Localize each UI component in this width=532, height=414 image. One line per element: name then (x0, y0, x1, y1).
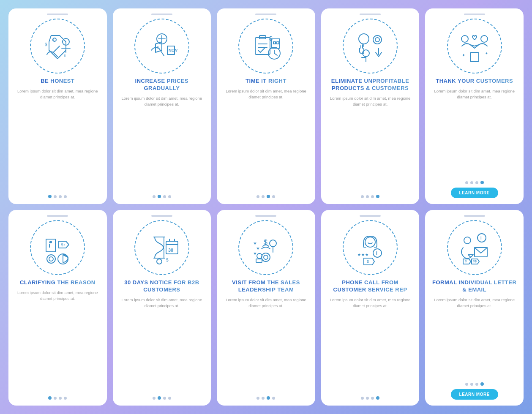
icon-circle-increase-prices: NEW $ (134, 19, 189, 74)
svg-point-72 (477, 234, 486, 242)
svg-point-42 (47, 255, 55, 263)
dot-2 (470, 383, 473, 386)
svg-rect-22 (273, 42, 276, 44)
card-title-visit: VISIT FROM THE SALES LEADERSHIP TEAM (223, 279, 309, 294)
svg-text:★: ★ (365, 253, 368, 257)
icon-circle-letter: i $ $$ (447, 220, 502, 275)
dot-4 (480, 181, 484, 184)
dot-3 (475, 181, 478, 184)
dot-1 (361, 195, 364, 198)
dot-1 (153, 195, 156, 198)
dot-3 (267, 195, 270, 198)
svg-text:i: i (480, 236, 482, 240)
dot-4 (168, 397, 171, 400)
svg-rect-36 (470, 52, 479, 62)
card-top-bar-3 (255, 14, 276, 15)
card-visit-sales: ★ ★ ★ $ VISIT FROM THE SALES LEADERSHIP … (217, 210, 315, 406)
svg-text:$: $ (157, 46, 159, 50)
svg-point-64 (365, 237, 375, 247)
dot-1 (48, 396, 52, 400)
card-title-letter: FORMAL INDIVIDUAL LETTER & EMAIL (431, 279, 518, 294)
dot-1 (465, 181, 468, 184)
dot-3 (475, 383, 478, 386)
svg-text:NEW: NEW (169, 48, 178, 52)
dot-4 (64, 195, 67, 198)
card-clarifying: i $↑ CLARIFYING THE REASON Lorem ipsum d… (8, 210, 107, 406)
dot-1 (48, 195, 52, 198)
card-phone-call: i ★ ★ ★ $ PHONE CALL FROM CUSTOMER SERVI… (321, 210, 420, 406)
dot-3 (371, 397, 374, 400)
svg-text:★: ★ (357, 253, 361, 257)
svg-text:★: ★ (253, 251, 257, 256)
card-body-phone: Lorem ipsum dolor sit dim amet, mea regi… (327, 297, 414, 393)
svg-text:30: 30 (168, 248, 173, 253)
card-top-bar-5 (464, 14, 485, 15)
increase-prices-icon: NEW $ (143, 27, 181, 65)
dots-visit (256, 396, 275, 400)
dots-30-days (153, 396, 171, 400)
phone-icon: i ★ ★ ★ $ (351, 229, 389, 267)
svg-text:★: ★ (256, 246, 260, 251)
dot-2 (366, 195, 369, 198)
dot-2 (470, 181, 473, 184)
dot-1 (153, 397, 156, 400)
dots-thank (465, 181, 484, 184)
card-title-phone: PHONE CALL FROM CUSTOMER SERVICE REP (327, 279, 414, 294)
svg-point-34 (461, 35, 468, 42)
card-title-increase-prices: INCREASE PRICES GRADUALLY (119, 78, 205, 92)
icon-circle-time: $ (238, 19, 293, 74)
svg-point-26 (373, 35, 382, 44)
card-top-bar-9 (360, 215, 381, 217)
dot-2 (262, 195, 265, 198)
learn-more-button-2[interactable]: LEARN MORE (451, 389, 498, 400)
svg-point-71 (464, 237, 471, 244)
svg-text:★: ★ (361, 253, 365, 257)
svg-text:$: $ (367, 259, 369, 264)
card-body-visit: Lorem ipsum dolor sit dim amet, mea regi… (223, 297, 309, 393)
learn-more-button-1[interactable]: LEARN MORE (451, 188, 498, 198)
dot-3 (163, 397, 166, 400)
visit-icon: ★ ★ ★ $ (247, 229, 285, 267)
svg-text:$: $ (166, 258, 169, 262)
card-top-bar-7 (151, 215, 172, 217)
clarifying-icon: i $↑ (38, 229, 76, 267)
svg-point-52 (157, 259, 162, 264)
svg-line-19 (274, 53, 277, 55)
svg-rect-13 (255, 38, 270, 54)
card-thank-customers: ✦ ✦ THANK YOUR CUSTOMERS Lorem ipsum dol… (425, 8, 524, 204)
svg-point-24 (359, 34, 369, 44)
svg-text:$: $ (64, 54, 66, 57)
dot-1 (256, 195, 259, 198)
card-top-bar-6 (47, 215, 68, 217)
icon-circle-thank: ✦ ✦ (447, 19, 502, 74)
svg-point-58 (262, 253, 270, 261)
svg-point-60 (270, 240, 276, 247)
card-time-it-right: $ TIME IT RIGHT Lorem ipsum dolor sit di… (217, 8, 315, 204)
time-icon: $ (247, 27, 285, 65)
card-title-30-days: 30 DAYS NOTICE FOR B2B CUSTOMERS (119, 279, 205, 294)
card-be-honest: $ $ $ BE HONEST Lorem ipsum dolor sit di… (8, 8, 107, 204)
dots-be-honest (48, 195, 67, 198)
card-top-bar-4 (360, 14, 381, 15)
dots-phone (361, 396, 379, 400)
dot-3 (371, 195, 374, 198)
icon-circle-30-days: 30 $ (134, 220, 189, 275)
dot-3 (59, 195, 62, 198)
card-title-time: TIME IT RIGHT (246, 78, 286, 85)
be-honest-icon: $ $ $ (38, 27, 76, 65)
card-formal-letter: i $ $$ FORMAL INDIVIDUAL LETTER & EMAIL … (425, 210, 524, 406)
dot-1 (361, 397, 364, 400)
dots-eliminate (361, 195, 379, 198)
svg-text:$: $ (45, 42, 47, 47)
svg-point-62 (257, 253, 262, 259)
svg-text:★: ★ (253, 241, 257, 245)
svg-point-43 (49, 257, 53, 261)
dot-1 (465, 383, 468, 386)
dots-time (256, 195, 275, 198)
card-top-bar-2 (151, 14, 172, 15)
svg-point-59 (264, 255, 268, 259)
letter-icon: i $ $$ (456, 229, 494, 267)
dots-increase-prices (153, 195, 171, 198)
dot-4 (376, 195, 379, 198)
svg-text:✦: ✦ (485, 52, 488, 55)
